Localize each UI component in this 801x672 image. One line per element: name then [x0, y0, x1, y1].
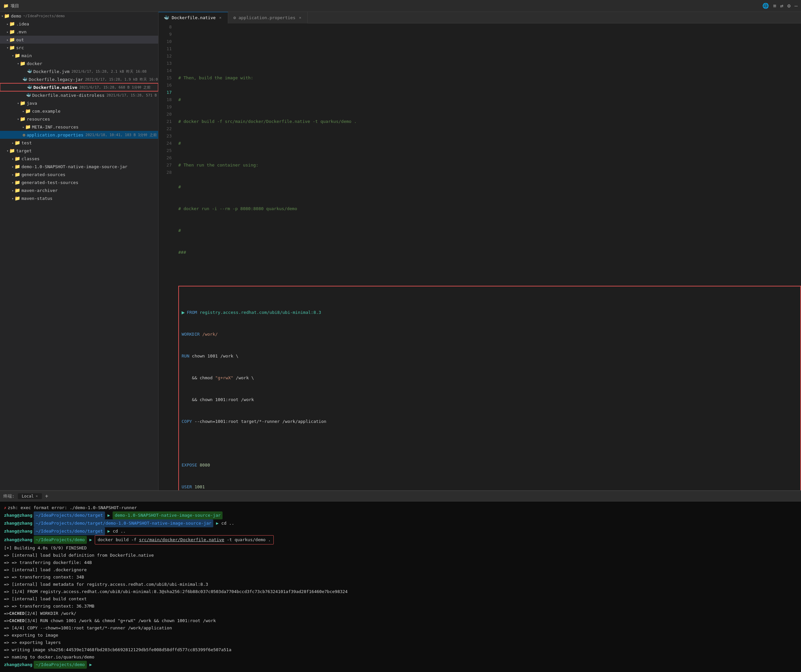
tree-item-dockerfile-legacy[interactable]: 🐳 Dockerfile.legacy-jar 2021/6/17, 15:28… — [0, 75, 158, 83]
folder-icon: 📁 — [25, 108, 31, 114]
tree-item-application-props[interactable]: ⚙ application.properties 2021/6/18, 10:4… — [0, 131, 158, 139]
code-line-10: # docker build -f src/main/docker/Docker… — [178, 118, 801, 125]
chevron-right-icon: ▸ — [12, 197, 14, 200]
terminal-area: 终端: Local ✕ + ✗ zsh: exec format error: … — [0, 490, 801, 672]
terminal-prompt-2: zhang@zhang ~/IdeaProjects/demo/target/d… — [4, 519, 797, 527]
terminal-output-cached-1: => CACHED [2/4] WORKDIR /work/ — [4, 610, 797, 617]
terminal-output-6: => [1/4] FROM registry.access.redhat.com… — [4, 588, 797, 595]
tree-item-gen-sources[interactable]: ▸ 📁 generated-sources — [0, 171, 158, 179]
editor-area: 🐳 Dockerfile.native ✕ ⚙ application.prop… — [158, 12, 801, 490]
folder-icon: 📁 — [4, 13, 10, 18]
docker-file-icon: 🐳 — [26, 93, 31, 97]
terminal-prompt-1: zhang@zhang ~/IdeaProjects/demo/target ▶… — [4, 511, 797, 519]
tree-item-test[interactable]: ▸ 📁 test — [0, 139, 158, 147]
tab-application-props[interactable]: ⚙ application.properties ✕ — [228, 12, 308, 23]
tree-item-meta-inf[interactable]: ▸ 📁 META-INF.resources — [0, 123, 158, 131]
tree-item-dockerfile-distroless[interactable]: 🐳 Dockerfile.native-distroless 2021/6/17… — [0, 91, 158, 99]
folder-icon: 📁 — [14, 140, 20, 145]
chevron-right-icon: ▸ — [12, 165, 14, 169]
list-icon[interactable]: ≡ — [773, 3, 776, 9]
folder-icon: 📁 — [9, 45, 15, 50]
tree-item-src[interactable]: ▾ 📁 src — [0, 44, 158, 52]
project-icon: 📁 — [3, 3, 9, 8]
code-line-20: && chmod "g+rwX" /work \ — [182, 374, 798, 382]
terminal-tab-close[interactable]: ✕ — [35, 494, 38, 498]
terminal-tab-label: Local — [22, 494, 34, 498]
tree-item-main[interactable]: ▾ 📁 main — [0, 52, 158, 60]
tree-item-com-example[interactable]: ▸ 📁 com.example — [0, 107, 158, 115]
line-numbers: 8 9 10 11 12 13 14 15 16 17 18 19 20 21 … — [158, 23, 175, 490]
folder-icon: 📁 — [14, 188, 20, 193]
globe-icon[interactable]: 🌐 — [762, 3, 769, 9]
tree-item-docker[interactable]: ▾ 📁 docker — [0, 60, 158, 68]
folder-icon: 📁 — [14, 180, 20, 185]
tab-dockerfile-native[interactable]: 🐳 Dockerfile.native ✕ — [158, 12, 228, 23]
chevron-right-icon: ▸ — [12, 189, 14, 192]
folder-icon: 📁 — [9, 21, 15, 26]
code-line-15: # — [178, 227, 801, 234]
path-badge-1: ~/IdeaProjects/demo/target — [34, 511, 105, 519]
tree-item-demo[interactable]: ▾ 📁 demo ~/IdeaProjects/demo — [0, 12, 158, 20]
folder-icon: 📁 — [20, 116, 26, 122]
settings-icon[interactable]: ⚙ — [788, 3, 791, 9]
chevron-right-icon: ▸ — [6, 22, 9, 26]
tree-item-target[interactable]: ▾ 📁 target — [0, 147, 158, 155]
folder-icon: 📁 — [9, 29, 15, 34]
terminal-output-12: => writing image sha256:44539e17468fbd20… — [4, 646, 797, 654]
tab-close-button[interactable]: ✕ — [218, 15, 222, 20]
code-line-18: WORKDIR /work/ — [182, 331, 798, 338]
folder-icon: 📁 — [9, 148, 15, 153]
arrow-icon: ▶ — [182, 309, 185, 316]
tree-item-maven-status[interactable]: ▸ 📁 maven-status — [0, 194, 158, 202]
terminal-content: ✗ zsh: exec format error: ./demo-1.0-SNA… — [0, 501, 801, 672]
terminal-prompt-4: zhang@zhang ~/IdeaProjects/demo ▶ docker… — [4, 535, 797, 545]
tree-item-resources[interactable]: ▾ 📁 resources — [0, 115, 158, 123]
sort-icon[interactable]: ⇄ — [780, 3, 783, 9]
path-badge-3: ~/IdeaProjects/demo/target — [34, 527, 105, 535]
chevron-down-icon: ▾ — [12, 54, 14, 58]
cmd-highlight-1: demo-1.0-SNAPSHOT-native-image-source-ja… — [113, 511, 222, 519]
top-bar-title: 项目 — [11, 3, 19, 9]
top-bar-icons: 🌐 ≡ ⇄ ⚙ — — [762, 3, 798, 9]
tree-item-dockerfile-jvm[interactable]: 🐳 Dockerfile.jvm 2021/6/17, 15:28, 2.1 k… — [0, 68, 158, 75]
code-content: # Then, build the image with: # # docker… — [175, 23, 801, 490]
tab-close-button[interactable]: ✕ — [298, 15, 302, 20]
code-line-13: # — [178, 184, 801, 191]
terminal-tab-local[interactable]: Local ✕ — [18, 493, 42, 499]
terminal-tabs: 终端: Local ✕ + — [0, 491, 801, 501]
dockerfile-outlined-block: ▶ FROM registry.access.redhat.com/ubi8/u… — [178, 286, 801, 490]
chevron-right-icon: ▸ — [23, 110, 24, 113]
close-icon[interactable]: — — [795, 3, 798, 9]
code-line-24: EXPOSE 8080 — [182, 461, 798, 469]
tree-item-idea[interactable]: ▸ 📁 .idea — [0, 20, 158, 28]
terminal-line-error: ✗ zsh: exec format error: ./demo-1.0-SNA… — [4, 504, 797, 511]
props-tab-icon: ⚙ — [233, 15, 236, 20]
terminal-add-button[interactable]: + — [45, 493, 48, 499]
chevron-right-icon: ▸ — [12, 173, 14, 176]
terminal-output-1: => [internal] load build definition from… — [4, 552, 797, 559]
folder-icon: 📁 — [14, 172, 20, 177]
code-line-16: ### — [178, 249, 801, 256]
error-icon: ✗ — [4, 504, 6, 511]
tree-item-java[interactable]: ▾ 📁 java — [0, 99, 158, 107]
tree-item-classes[interactable]: ▸ 📁 classes — [0, 155, 158, 163]
cached-badge-2: CACHED — [9, 617, 25, 624]
code-line-8: # Then, build the image with: — [178, 74, 801, 82]
tree-item-out[interactable]: ▸ 📁 out — [0, 36, 158, 44]
tree-item-gen-test-sources[interactable]: ▸ 📁 generated-test-sources — [0, 179, 158, 186]
tree-item-dockerfile-native[interactable]: 🐳 Dockerfile.native 2021/6/17, 15:28, 66… — [0, 83, 158, 91]
code-line-11: # — [178, 140, 801, 147]
tree-item-mvn[interactable]: ▸ 📁 .mvn — [0, 28, 158, 36]
code-line-14: # docker run -i --rm -p 8080:8080 quarku… — [178, 205, 801, 213]
chevron-right-icon: ▸ — [12, 157, 14, 161]
code-line-25: USER 1001 — [182, 483, 798, 490]
code-line-9: # — [178, 96, 801, 103]
code-line-23 — [182, 440, 798, 447]
chevron-right-icon: ▸ — [12, 141, 14, 145]
folder-icon: 📁 — [20, 100, 26, 106]
folder-icon: 📁 — [20, 61, 26, 66]
tree-item-native-jar[interactable]: ▸ 📁 demo-1.0-SNAPSHOT-native-image-sourc… — [0, 163, 158, 171]
tree-item-maven-archiver[interactable]: ▸ 📁 maven-archiver — [0, 186, 158, 194]
terminal-output-8: => => transferring context: 36.37MB — [4, 603, 797, 610]
terminal-output-9: => [4/4] COPY --chown=1001:root target/*… — [4, 624, 797, 632]
